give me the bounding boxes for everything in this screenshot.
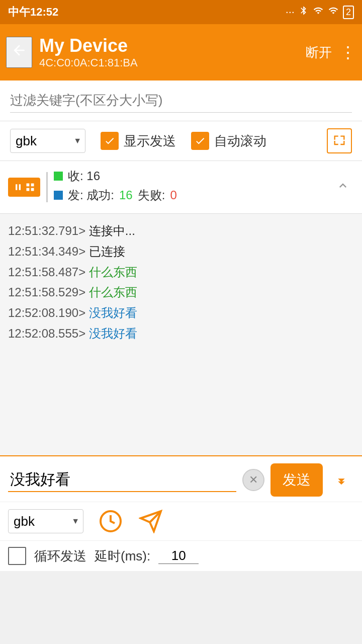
log-entry: 12:51:32.791> 连接中...	[8, 221, 354, 242]
message-input[interactable]	[8, 468, 236, 492]
svg-rect-2	[27, 188, 30, 191]
mac-address: 4C:C0:0A:C1:81:BA	[39, 56, 306, 69]
encoding-select-wrapper: gbk utf-8 ascii	[10, 129, 85, 153]
bottom-controls: gbk utf-8 ascii	[0, 502, 362, 540]
fullscreen-button[interactable]	[327, 128, 352, 153]
recv-stat: 收: 16	[54, 168, 332, 184]
bottom-encoding-select[interactable]: gbk utf-8 ascii	[8, 509, 83, 533]
show-send-label: 显示发送	[124, 132, 176, 150]
pause-button[interactable]	[8, 178, 40, 197]
send-history-button[interactable]	[138, 508, 164, 534]
encoding-select[interactable]: gbk utf-8 ascii	[10, 129, 85, 153]
send-button[interactable]: 发送	[270, 463, 323, 497]
log-message: 什么东西	[85, 265, 137, 279]
more-button[interactable]: ⋮	[340, 43, 356, 62]
bottom-encoding-wrapper: gbk utf-8 ascii	[8, 509, 83, 533]
recv-indicator	[54, 172, 63, 181]
battery-icon: 2	[343, 6, 354, 19]
log-entry: 12:51:58.529> 什么东西	[8, 282, 354, 303]
send-row: ✕ 发送	[8, 463, 354, 497]
delay-input[interactable]	[158, 548, 199, 564]
send-success-count: 16	[119, 188, 133, 202]
log-time: 12:52:08.555>	[8, 327, 85, 340]
stats-action-buttons	[8, 178, 40, 197]
log-area: 12:51:32.791> 连接中...12:51:34.349> 已连接12:…	[0, 214, 362, 455]
show-send-checkbox[interactable]	[101, 132, 119, 150]
filter-section	[0, 80, 362, 121]
device-name: My Device	[39, 35, 306, 56]
stats-panel: 收: 16 发: 成功: 16 失败: 0	[0, 161, 362, 214]
auto-scroll-label: 自动滚动	[214, 132, 266, 150]
clear-input-button[interactable]: ✕	[242, 469, 264, 491]
expand-button[interactable]	[329, 467, 354, 493]
log-time: 12:51:34.349>	[8, 245, 85, 258]
show-send-group: 显示发送	[101, 132, 176, 150]
signal-dots-icon: ···	[286, 6, 295, 19]
auto-scroll-group: 自动滚动	[191, 132, 266, 150]
svg-rect-3	[31, 188, 34, 191]
svg-rect-1	[31, 184, 34, 187]
signal-bars-icon	[313, 6, 324, 19]
log-entry: 12:52:08.555> 没我好看	[8, 324, 354, 344]
controls-row: gbk utf-8 ascii 显示发送 自动滚动	[0, 121, 362, 161]
log-time: 12:51:58.529>	[8, 285, 85, 299]
disconnect-button[interactable]: 断开	[306, 44, 332, 61]
recv-label: 收: 16	[68, 168, 100, 184]
clock-button[interactable]	[98, 508, 124, 534]
status-bar: 中午12:52 ··· 2	[0, 0, 362, 24]
app-bar: My Device 4C:C0:0A:C1:81:BA 断开 ⋮	[0, 24, 362, 80]
loop-send-checkbox[interactable]	[8, 547, 26, 565]
log-entry: 12:52:08.190> 没我好看	[8, 303, 354, 324]
loop-send-label: 循环发送	[34, 547, 86, 565]
send-prefix: 发: 成功:	[68, 187, 114, 203]
send-stat: 发: 成功: 16 失败: 0	[54, 187, 332, 203]
log-time: 12:51:58.487>	[8, 265, 85, 279]
filter-input[interactable]	[10, 89, 352, 113]
log-message: 没我好看	[85, 306, 137, 319]
log-time: 12:52:08.190>	[8, 306, 85, 319]
collapse-button[interactable]	[332, 175, 354, 200]
input-area: ✕ 发送	[0, 455, 362, 502]
stats-info: 收: 16 发: 成功: 16 失败: 0	[54, 168, 332, 206]
bluetooth-icon	[299, 6, 309, 19]
log-entry: 12:51:58.487> 什么东西	[8, 262, 354, 283]
delay-label: 延时(ms):	[95, 547, 150, 565]
title-section: My Device 4C:C0:0A:C1:81:BA	[39, 35, 306, 69]
send-fail-count: 0	[170, 188, 176, 202]
log-message: 没我好看	[85, 327, 137, 340]
svg-rect-0	[27, 184, 30, 187]
loop-row: 循环发送 延时(ms):	[0, 540, 362, 571]
stats-divider	[46, 172, 48, 202]
log-entry: 12:51:34.349> 已连接	[8, 242, 354, 262]
status-icons: ··· 2	[286, 6, 354, 19]
auto-scroll-checkbox[interactable]	[191, 132, 209, 150]
log-message: 已连接	[85, 245, 125, 258]
log-message: 连接中...	[85, 224, 135, 237]
send-fail-prefix: 失败:	[138, 187, 165, 203]
status-time: 中午12:52	[8, 5, 58, 20]
log-message: 什么东西	[85, 285, 137, 299]
wifi-icon	[328, 6, 339, 19]
send-indicator	[54, 191, 63, 200]
back-button[interactable]	[6, 37, 32, 68]
log-time: 12:51:32.791>	[8, 224, 85, 237]
